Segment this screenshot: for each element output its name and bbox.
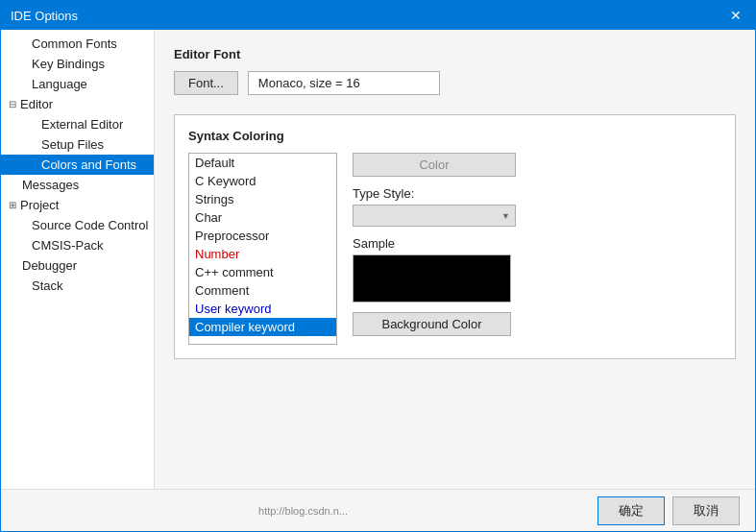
syntax-item-user-keyword[interactable]: User keyword: [189, 300, 336, 318]
close-button[interactable]: ✕: [726, 6, 745, 25]
ok-button[interactable]: 确定: [597, 496, 665, 525]
sidebar-item-label: Language: [32, 77, 87, 91]
title-bar: IDE Options ✕: [1, 1, 755, 30]
font-display: Monaco, size = 16: [248, 71, 440, 95]
sample-label: Sample: [353, 236, 516, 251]
sidebar-item-label: Stack: [32, 278, 63, 293]
window-body: Common FontsKey BindingsLanguage⊟EditorE…: [1, 30, 755, 489]
syntax-coloring-title: Syntax Coloring: [188, 129, 721, 143]
cancel-button[interactable]: 取消: [672, 496, 740, 525]
sidebar-item-label: External Editor: [41, 117, 123, 132]
sidebar-item-editor[interactable]: ⊟Editor: [1, 94, 154, 114]
ide-options-window: IDE Options ✕ Common FontsKey BindingsLa…: [0, 0, 756, 532]
sample-box: [353, 254, 511, 302]
editor-font-section: Editor Font Font... Monaco, size = 16: [174, 47, 736, 95]
sidebar-item-label: Common Fonts: [32, 36, 117, 51]
syntax-item-char[interactable]: Char: [189, 208, 336, 227]
editor-font-row: Font... Monaco, size = 16: [174, 71, 736, 95]
syntax-item-cpp-comment[interactable]: C++ comment: [189, 263, 336, 281]
syntax-item-default[interactable]: Default: [189, 154, 336, 172]
sidebar-item-key-bindings[interactable]: Key Bindings: [1, 54, 154, 74]
expander-icon: ⊞: [9, 200, 16, 210]
sidebar-item-label: Editor: [20, 97, 53, 111]
sidebar-item-stack[interactable]: Stack: [1, 276, 154, 296]
sidebar-item-label: Colors and Fonts: [41, 157, 136, 172]
sidebar-item-label: Project: [20, 198, 59, 212]
sidebar-item-debugger[interactable]: Debugger: [1, 255, 154, 276]
sidebar-item-label: Setup Files: [41, 137, 104, 152]
font-button[interactable]: Font...: [174, 71, 238, 95]
syntax-item-number[interactable]: Number: [189, 245, 336, 263]
sidebar-item-source-code-control[interactable]: Source Code Control: [1, 215, 154, 235]
syntax-item-strings[interactable]: Strings: [189, 190, 336, 208]
type-style-wrapper: Bold Italic Bold Italic: [353, 205, 516, 227]
sidebar-item-label: Messages: [22, 178, 79, 192]
background-color-button[interactable]: Background Color: [353, 312, 511, 336]
syntax-right: Color Type Style: Bold Italic Bold Itali…: [353, 153, 516, 345]
syntax-item-comment[interactable]: Comment: [189, 281, 336, 300]
content-area: Editor Font Font... Monaco, size = 16 Sy…: [155, 30, 755, 489]
sidebar-item-common-fonts[interactable]: Common Fonts: [1, 34, 154, 54]
type-style-group: Type Style: Bold Italic Bold Italic: [353, 186, 516, 227]
type-style-select[interactable]: Bold Italic Bold Italic: [353, 205, 516, 227]
sidebar-item-label: Debugger: [22, 258, 77, 273]
sidebar-item-label: CMSIS-Pack: [32, 238, 103, 253]
sidebar-item-external-editor[interactable]: External Editor: [1, 114, 154, 134]
type-style-label: Type Style:: [353, 186, 516, 201]
syntax-item-compiler-keyword[interactable]: Compiler keyword: [189, 318, 336, 336]
sidebar-item-language[interactable]: Language: [1, 74, 154, 94]
color-button[interactable]: Color: [353, 153, 516, 177]
sidebar-item-cmsis-pack[interactable]: CMSIS-Pack: [1, 235, 154, 255]
sidebar-item-setup-files[interactable]: Setup Files: [1, 134, 154, 155]
watermark: http://blog.csdn.n...: [16, 505, 590, 517]
sidebar-item-project[interactable]: ⊞Project: [1, 195, 154, 215]
editor-font-title: Editor Font: [174, 47, 736, 61]
sidebar-item-label: Key Bindings: [32, 57, 105, 71]
syntax-list[interactable]: DefaultC KeywordStringsCharPreprocessorN…: [188, 153, 337, 345]
window-footer: http://blog.csdn.n... 确定 取消: [1, 489, 755, 531]
sidebar: Common FontsKey BindingsLanguage⊟EditorE…: [1, 30, 155, 489]
sidebar-item-label: Source Code Control: [32, 218, 148, 232]
expander-icon: ⊟: [9, 99, 16, 109]
syntax-coloring-inner: DefaultC KeywordStringsCharPreprocessorN…: [188, 153, 721, 345]
syntax-list-container: DefaultC KeywordStringsCharPreprocessorN…: [188, 153, 337, 345]
window-title: IDE Options: [11, 9, 78, 23]
sample-group: Sample: [353, 236, 516, 302]
syntax-item-preprocessor[interactable]: Preprocessor: [189, 227, 336, 245]
sidebar-item-messages[interactable]: Messages: [1, 175, 154, 195]
syntax-item-c-keyword[interactable]: C Keyword: [189, 172, 336, 190]
sidebar-item-colors-and-fonts[interactable]: Colors and Fonts: [1, 155, 154, 175]
syntax-coloring-section: Syntax Coloring DefaultC KeywordStringsC…: [174, 114, 736, 359]
